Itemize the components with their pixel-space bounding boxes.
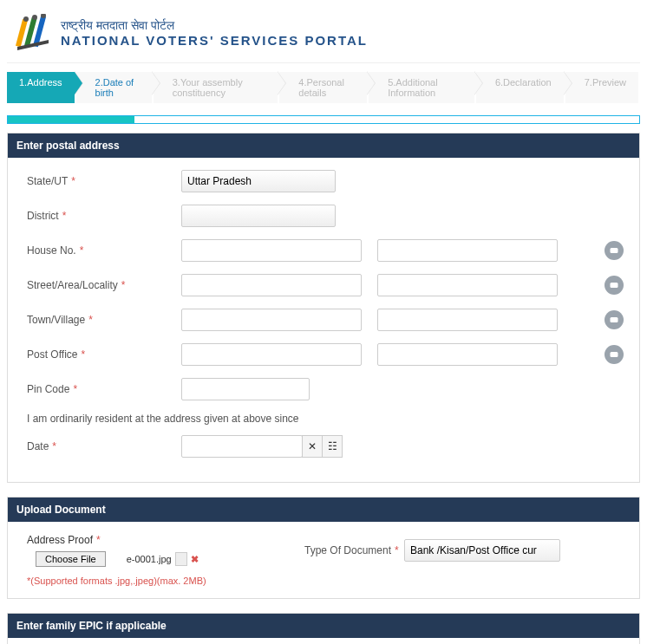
step-dob[interactable]: 2.Date of birth [76, 72, 152, 103]
postoffice-label: Post Office* [27, 348, 181, 361]
houseno-translit-icon[interactable] [605, 241, 624, 260]
supported-formats: *(Supported formats .jpg,.jpeg)(max. 2MB… [27, 576, 624, 586]
step-personal[interactable]: 4.Personal details [279, 72, 367, 103]
street-label: Street/Area/Locality* [27, 279, 181, 291]
street-input-2[interactable] [377, 274, 558, 296]
street-translit-icon[interactable] [605, 276, 624, 295]
street-input-1[interactable] [181, 274, 362, 296]
postoffice-translit-icon[interactable] [605, 345, 624, 364]
state-select[interactable]: Uttar Pradesh [181, 170, 336, 192]
typedoc-label: Type Of Document* [304, 544, 404, 556]
date-clear-icon[interactable]: ✕ [302, 435, 323, 458]
delete-file-icon[interactable]: ✖ [191, 554, 199, 565]
uploaded-file-name: e-0001.jpg [127, 554, 172, 564]
upload-panel: Upload Document Address Proof* Choose Fi… [7, 497, 640, 599]
town-input-1[interactable] [181, 309, 362, 331]
upload-panel-title: Upload Document [8, 498, 639, 522]
postoffice-input-2[interactable] [377, 343, 558, 366]
epic-panel: Enter family EPIC if applicable (j)Famil… [7, 613, 640, 644]
district-select[interactable] [181, 205, 336, 227]
postal-panel: Enter postal address State/UT* Uttar Pra… [7, 133, 640, 483]
houseno-input-1[interactable] [181, 239, 362, 262]
postoffice-input-1[interactable] [181, 343, 362, 366]
svg-point-4 [32, 15, 37, 20]
svg-rect-8 [611, 317, 618, 322]
date-calendar-icon[interactable]: ☷ [322, 435, 343, 458]
epic-panel-title: Enter family EPIC if applicable [8, 614, 639, 638]
steps-nav: 1.Address 2.Date of birth 3.Your assembl… [7, 72, 640, 103]
header: राष्ट्रीय मतदाता सेवा पोर्टल NATIONAL VO… [7, 7, 640, 63]
svg-point-3 [23, 16, 29, 22]
pincode-input[interactable] [181, 378, 310, 400]
town-translit-icon[interactable] [605, 310, 624, 329]
progress-fill [8, 116, 134, 123]
postal-panel-title: Enter postal address [8, 133, 639, 158]
progress-bar [7, 115, 640, 124]
step-constituency[interactable]: 3.Your assembly constituency [154, 72, 278, 103]
date-label: Date* [27, 440, 181, 452]
logo [14, 14, 52, 52]
typedoc-select[interactable]: Bank /Kisan/Post Office cur [404, 539, 560, 562]
header-title-hindi: राष्ट्रीय मतदाता सेवा पोर्टल [61, 18, 368, 33]
state-label: State/UT* [27, 175, 181, 187]
step-declaration[interactable]: 6.Declaration [476, 72, 564, 103]
since-text: I am ordinarily resident at the address … [27, 413, 624, 425]
district-label: District* [27, 210, 181, 222]
houseno-input-2[interactable] [377, 239, 558, 262]
svg-rect-6 [611, 248, 618, 253]
date-input[interactable] [181, 435, 303, 458]
pincode-label: Pin Code* [27, 383, 181, 395]
choose-file-button[interactable]: Choose File [36, 551, 106, 567]
header-title-eng: NATIONAL VOTERS' SERVICES PORTAL [61, 33, 368, 48]
step-preview[interactable]: 7.Preview [565, 72, 638, 103]
file-icon [175, 552, 187, 566]
houseno-label: House No.* [27, 244, 181, 257]
town-input-2[interactable] [377, 309, 558, 331]
svg-rect-7 [611, 283, 618, 288]
town-label: Town/Village* [27, 314, 181, 326]
svg-rect-9 [611, 352, 618, 357]
address-proof-label: Address Proof [27, 534, 93, 546]
step-address[interactable]: 1.Address [7, 72, 75, 103]
step-additional[interactable]: 5.Additional Information [369, 72, 474, 103]
